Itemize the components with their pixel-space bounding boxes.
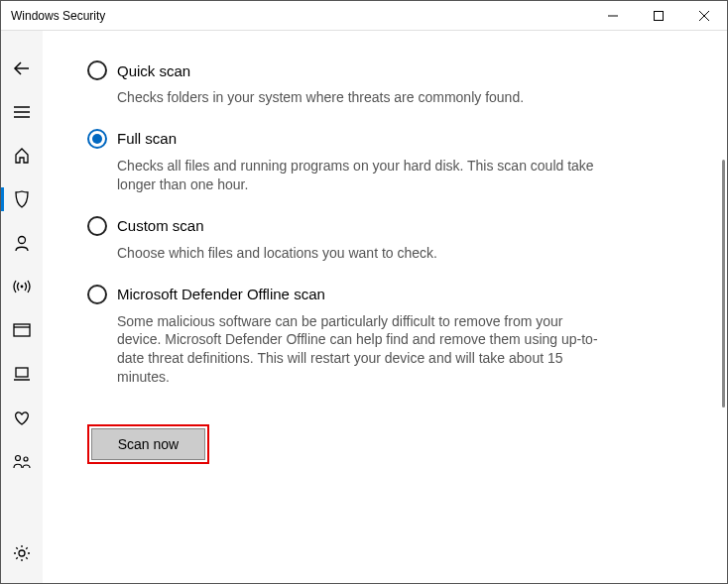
radio-quick-scan[interactable]: Quick scan Checks folders in your system…: [87, 60, 677, 107]
titlebar: Windows Security: [1, 1, 727, 31]
sidebar-item-account[interactable]: [1, 223, 43, 263]
back-button[interactable]: [1, 49, 43, 88]
sidebar-item-device-security[interactable]: [1, 354, 43, 394]
svg-point-9: [21, 286, 24, 289]
svg-rect-12: [16, 368, 28, 377]
radio-label: Microsoft Defender Offline scan: [117, 286, 325, 302]
radio-indicator: [87, 60, 107, 80]
family-icon: [12, 453, 32, 469]
sidebar-item-firewall[interactable]: [1, 267, 43, 306]
radio-description: Choose which files and locations you wan…: [117, 244, 603, 263]
svg-line-24: [26, 547, 28, 549]
sidebar-item-family[interactable]: [1, 441, 43, 481]
svg-line-23: [16, 557, 18, 559]
minimize-button[interactable]: [590, 1, 636, 31]
sidebar: [1, 31, 43, 583]
svg-point-8: [19, 237, 26, 244]
sidebar-item-virus-protection[interactable]: [1, 179, 43, 219]
heart-icon: [13, 409, 31, 425]
sidebar-item-settings[interactable]: [1, 533, 43, 573]
radio-full-scan[interactable]: Full scan Checks all files and running p…: [87, 129, 677, 194]
radio-description: Checks folders in your system where thre…: [117, 88, 603, 107]
hamburger-icon: [14, 105, 30, 119]
maximize-button[interactable]: [636, 1, 681, 31]
window: Windows Security: [0, 0, 728, 584]
shield-icon: [13, 189, 31, 209]
svg-point-14: [16, 456, 21, 461]
body: Quick scan Checks folders in your system…: [1, 31, 727, 583]
home-icon: [13, 147, 31, 165]
sidebar-item-app-control[interactable]: [1, 310, 43, 350]
svg-rect-10: [14, 324, 30, 336]
sidebar-item-device-performance[interactable]: [1, 398, 43, 437]
radio-description: Some malicious software can be particula…: [117, 312, 603, 388]
sidebar-item-home[interactable]: [1, 136, 43, 175]
network-icon: [12, 279, 32, 294]
svg-point-15: [24, 457, 28, 461]
radio-description: Checks all files and running programs on…: [117, 157, 603, 194]
menu-button[interactable]: [1, 92, 43, 132]
radio-label: Full scan: [117, 130, 177, 147]
highlight-box: Scan now: [87, 424, 209, 464]
svg-line-22: [26, 557, 28, 559]
scan-now-button[interactable]: Scan now: [91, 428, 205, 460]
arrow-left-icon: [13, 59, 31, 77]
radio-custom-scan[interactable]: Custom scan Choose which files and locat…: [87, 216, 677, 263]
radio-indicator: [87, 216, 107, 236]
svg-point-16: [19, 550, 25, 556]
scan-options-group: Quick scan Checks folders in your system…: [87, 60, 677, 387]
radio-offline-scan[interactable]: Microsoft Defender Offline scan Some mal…: [87, 285, 677, 388]
content: Quick scan Checks folders in your system…: [43, 31, 727, 583]
laptop-icon: [13, 366, 31, 382]
window-icon: [13, 323, 31, 337]
svg-rect-1: [655, 11, 664, 20]
radio-indicator: [87, 285, 107, 304]
scrollbar[interactable]: [722, 160, 725, 408]
radio-label: Quick scan: [117, 62, 190, 79]
person-icon: [13, 234, 31, 252]
close-button[interactable]: [681, 1, 727, 31]
gear-icon: [13, 544, 31, 562]
radio-label: Custom scan: [117, 217, 204, 234]
svg-line-21: [16, 547, 18, 549]
radio-indicator: [87, 129, 107, 149]
window-title: Windows Security: [1, 9, 105, 23]
